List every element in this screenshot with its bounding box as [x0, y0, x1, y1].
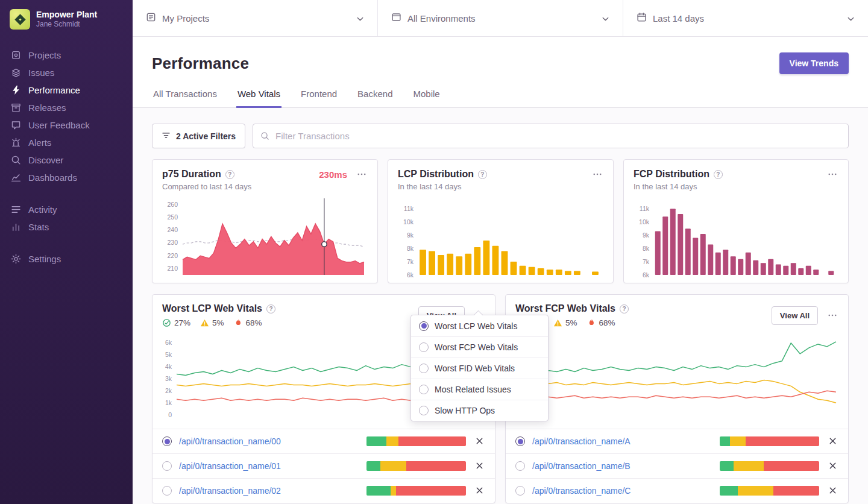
sidebar-item-performance[interactable]: Performance [0, 81, 133, 99]
close-icon [828, 461, 837, 470]
ellipsis-menu-icon [828, 169, 837, 179]
active-filters-label: 2 Active Filters [176, 131, 236, 141]
svg-text:2k: 2k [165, 387, 172, 394]
sidebar-item-user-feedback[interactable]: User Feedback [0, 116, 133, 134]
dropdown-option[interactable]: Most Related Issues [411, 379, 548, 400]
vital-stat: 5% [200, 318, 224, 327]
dropdown-option-label: Most Related Issues [435, 385, 511, 394]
dropdown-option[interactable]: Worst FID Web Vitals [411, 358, 548, 379]
meh-segment [734, 461, 764, 471]
page-body: 2 Active Filters p75 Duration 230m [133, 108, 868, 504]
poor-segment [398, 436, 466, 446]
sidebar-item-issues[interactable]: Issues [0, 64, 133, 81]
sidebar-item-stats[interactable]: Stats [0, 218, 133, 236]
help-icon[interactable] [478, 170, 487, 179]
tab-all-transactions[interactable]: All Transactions [152, 89, 218, 108]
sidebar-item-label: Activity [28, 204, 57, 215]
transaction-radio[interactable] [515, 461, 525, 471]
dropdown-option-radio[interactable] [419, 321, 429, 331]
sidebar-item-dashboards[interactable]: Dashboards [0, 169, 133, 186]
tab-frontend[interactable]: Frontend [300, 89, 338, 108]
remove-transaction-button[interactable] [473, 460, 485, 472]
transaction-row: /api/0/transaction_name/01 [153, 453, 495, 478]
dropdown-option[interactable]: Worst FCP Web Vitals [411, 336, 548, 358]
fcp-card-menu-button[interactable] [826, 309, 838, 321]
svg-text:230: 230 [167, 239, 178, 246]
sidebar-item-label: User Feedback [28, 120, 90, 131]
sidebar-item-settings[interactable]: Settings [0, 250, 133, 268]
dropdown-option-radio[interactable] [419, 406, 429, 415]
card-title: p75 Duration [162, 169, 221, 180]
environment-filter-dropdown[interactable]: All Environments [378, 0, 623, 36]
tab-backend[interactable]: Backend [356, 89, 394, 108]
sidebar-item-label: Stats [28, 222, 49, 233]
dropdown-option[interactable]: Worst LCP Web Vitals [411, 315, 548, 336]
sidebar-item-alerts[interactable]: Alerts [0, 134, 133, 151]
chevron-down-icon [355, 14, 365, 24]
dropdown-option-label: Worst FID Web Vitals [435, 364, 515, 373]
fcp-dist-menu-button[interactable] [826, 168, 838, 180]
transaction-radio[interactable] [162, 461, 172, 471]
dropdown-option-label: Slow HTTP Ops [435, 406, 495, 415]
transaction-link[interactable]: /api/0/transaction_name/C [532, 486, 712, 496]
transaction-radio[interactable] [162, 436, 172, 446]
transaction-link[interactable]: /api/0/transaction_name/A [532, 436, 712, 446]
date-range-dropdown[interactable]: Last 14 days [623, 0, 868, 36]
lcp-distribution-chart: 6k7k8k9k10k11k [398, 196, 603, 278]
help-icon[interactable] [225, 170, 234, 179]
dropdown-option-radio[interactable] [419, 364, 429, 373]
sidebar-item-releases[interactable]: Releases [0, 99, 133, 116]
vital-stat-value: 5% [565, 318, 577, 327]
help-icon[interactable] [266, 304, 275, 313]
poor-segment [406, 461, 466, 471]
project-filter-dropdown[interactable]: My Projects [133, 0, 378, 36]
remove-transaction-button[interactable] [826, 435, 838, 447]
fcp_dist-svg: 6k7k8k9k10k11k [634, 196, 838, 278]
transaction-radio[interactable] [515, 486, 525, 496]
vital-stat: 68% [587, 318, 615, 327]
fcp-view-all-button[interactable]: View All [772, 306, 818, 325]
transaction-link[interactable]: /api/0/transaction_name/B [532, 461, 712, 471]
sidebar-item-activity[interactable]: Activity [0, 201, 133, 218]
transaction-link[interactable]: /api/0/transaction_name/01 [179, 461, 359, 471]
org-switcher[interactable]: Empower Plant Jane Schmidt [0, 0, 133, 37]
dropdown-option-label: Worst LCP Web Vitals [435, 321, 517, 331]
dropdown-option[interactable]: Slow HTTP Ops [411, 400, 548, 421]
worst-fcp-card: Worst FCP Web Vitals 27%5%68% View All 0… [505, 294, 849, 503]
sidebar-item-discover[interactable]: Discover [0, 151, 133, 169]
meh-segment [730, 436, 746, 446]
svg-text:1k: 1k [165, 399, 172, 406]
remove-transaction-button[interactable] [826, 460, 838, 472]
card-title: Worst FCP Web Vitals [515, 303, 615, 314]
card-title: FCP Distribution [634, 169, 709, 180]
remove-transaction-button[interactable] [826, 485, 838, 497]
help-icon[interactable] [620, 304, 629, 313]
transaction-radio[interactable] [162, 486, 172, 496]
warning-triangle-icon [200, 318, 209, 327]
app-root: Empower Plant Jane Schmidt ProjectsIssue… [0, 0, 868, 504]
fire-icon [234, 318, 243, 327]
search-input[interactable] [253, 124, 849, 148]
transaction-link[interactable]: /api/0/transaction_name/00 [179, 436, 359, 446]
help-icon[interactable] [714, 170, 723, 179]
view-trends-button[interactable]: View Trends [779, 52, 849, 74]
dropdown-option-radio[interactable] [419, 342, 429, 352]
sidebar-item-label: Dashboards [28, 172, 77, 183]
transaction-link[interactable]: /api/0/transaction_name/02 [179, 486, 359, 496]
lcp-dist-menu-button[interactable] [591, 168, 603, 180]
tab-web-vitals[interactable]: Web Vitals [236, 89, 281, 108]
filter-icon [162, 131, 171, 140]
svg-text:260: 260 [167, 201, 178, 208]
remove-transaction-button[interactable] [473, 435, 485, 447]
svg-text:11k: 11k [404, 205, 414, 212]
p75-card-menu-button[interactable] [356, 168, 368, 180]
remove-transaction-button[interactable] [473, 485, 485, 497]
summary-cards-row: p75 Duration 230ms Compared to last 14 d… [152, 159, 849, 283]
performance-icon [11, 85, 21, 95]
tab-mobile[interactable]: Mobile [412, 89, 441, 108]
dropdown-option-radio[interactable] [419, 385, 429, 394]
transaction-radio[interactable] [515, 436, 525, 446]
active-filters-button[interactable]: 2 Active Filters [152, 124, 245, 148]
sidebar-item-projects[interactable]: Projects [0, 46, 133, 64]
p75-duration-card: p75 Duration 230ms Compared to last 14 d… [152, 159, 378, 283]
